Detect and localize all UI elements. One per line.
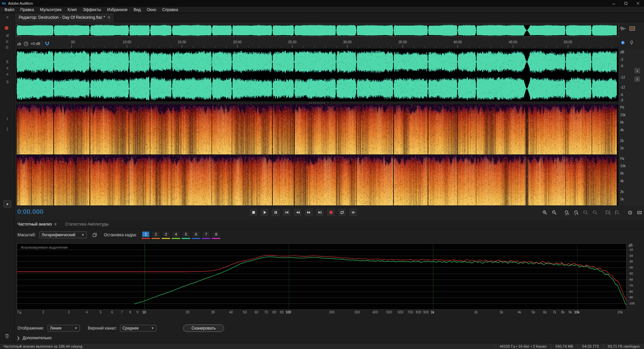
menu-item[interactable]: Эффекты bbox=[80, 7, 104, 12]
zoom-in-time-button[interactable] bbox=[563, 209, 571, 216]
close-button[interactable] bbox=[632, 0, 644, 7]
zoom-in-time-icon bbox=[565, 210, 570, 215]
zoom-to-selection-button[interactable] bbox=[604, 209, 612, 216]
trash-icon[interactable] bbox=[4, 333, 10, 340]
mini-play-icon[interactable] bbox=[4, 201, 11, 207]
zoom-out-time-button[interactable] bbox=[572, 209, 580, 216]
tab-frequency-analysis[interactable]: Частотный анализ ≡ bbox=[17, 222, 56, 227]
editor-tab[interactable]: Редактор: Destruction - Day Of Reckoning… bbox=[15, 13, 114, 22]
spectral-view-icon[interactable] bbox=[629, 26, 635, 31]
zoom-out-amplitude-button[interactable] bbox=[591, 209, 599, 216]
snap-magnet-icon[interactable] bbox=[45, 41, 50, 46]
hold-color-bar bbox=[192, 238, 200, 239]
advanced-section[interactable]: ❯ Дополнительно bbox=[17, 336, 52, 340]
channel-button-1[interactable]: 1 bbox=[635, 68, 640, 73]
hz-tick-label: 6k bbox=[620, 171, 624, 175]
hz-tick-label: 4k bbox=[620, 179, 624, 183]
tab-frequency-label: Частотный анализ bbox=[17, 222, 52, 227]
hold-button-7[interactable]: 7 bbox=[202, 231, 210, 237]
record-button[interactable] bbox=[326, 208, 335, 217]
hold-button-4[interactable]: 4 bbox=[172, 231, 180, 237]
hold-button-group: 1 bbox=[142, 231, 150, 239]
menu-item[interactable]: Правка bbox=[17, 7, 37, 12]
top-channel-select-value: Среднее bbox=[122, 326, 139, 331]
playhead-options-icon[interactable] bbox=[620, 40, 626, 45]
pause-button[interactable] bbox=[271, 208, 280, 217]
levels-icon[interactable] bbox=[17, 41, 21, 46]
time-display[interactable]: 0:00.000 bbox=[17, 208, 44, 215]
display-select[interactable]: Линия ▼ bbox=[48, 325, 80, 332]
hold-button-6[interactable]: 6 bbox=[192, 231, 200, 237]
db-tick-label: -3 bbox=[620, 98, 623, 102]
status-message: Частотный анализ выполнен за 188,44 секу… bbox=[0, 344, 83, 348]
rewind-button[interactable] bbox=[293, 208, 302, 217]
dock-panel-label[interactable]: п bbox=[0, 66, 15, 70]
channel-button-2[interactable]: 2 bbox=[635, 77, 640, 82]
menu-item[interactable]: Мультитрек bbox=[37, 7, 64, 12]
dock-panel-label[interactable]: И bbox=[0, 34, 15, 38]
menu-item[interactable]: Вид bbox=[130, 7, 144, 12]
top-channel-select[interactable]: Среднее ▼ bbox=[120, 325, 156, 332]
zoom-in-amplitude-button[interactable] bbox=[582, 209, 590, 216]
editor-tab-title: Редактор: Destruction - Day Of Reckoning… bbox=[19, 15, 105, 20]
hold-button-5[interactable]: 5 bbox=[182, 231, 190, 237]
timeline-ruler[interactable] bbox=[16, 40, 618, 48]
zoom-selection-edge-button[interactable] bbox=[613, 209, 621, 216]
hz-axis-tick: 2 bbox=[42, 310, 44, 314]
divider-handle[interactable]: •••••••• bbox=[309, 102, 325, 104]
menu-item[interactable]: Избранное bbox=[104, 7, 130, 12]
skip-selection-button[interactable] bbox=[348, 208, 358, 217]
waveform-view-icon[interactable] bbox=[620, 26, 626, 31]
go-to-end-button[interactable] bbox=[315, 208, 324, 217]
scan-button[interactable]: Сканировать bbox=[183, 325, 224, 332]
fast-forward-button[interactable] bbox=[304, 208, 313, 217]
panel-menu-icon[interactable]: ≡ bbox=[54, 222, 56, 227]
zoom-full-button[interactable] bbox=[635, 209, 643, 216]
dock-panel-label[interactable]: п bbox=[0, 72, 15, 76]
dock-panel-label[interactable]: 0: bbox=[0, 46, 15, 49]
dock-expand-icon[interactable]: » bbox=[0, 15, 15, 19]
minimize-button[interactable] bbox=[608, 0, 620, 7]
menu-item[interactable]: Файл bbox=[1, 7, 17, 12]
dock-panel-label[interactable]: Е bbox=[0, 60, 15, 64]
zoom-in-button[interactable] bbox=[541, 209, 549, 216]
chevron-down-icon: ▼ bbox=[74, 327, 77, 330]
spectrogram-display-1[interactable] bbox=[16, 104, 618, 154]
hz-axis-tick: 7k bbox=[553, 310, 556, 314]
reset-zoom-button[interactable] bbox=[626, 209, 634, 216]
minimize-icon bbox=[612, 2, 615, 5]
dock-tool-icon[interactable]: I bbox=[0, 117, 15, 121]
go-to-start-button[interactable] bbox=[282, 208, 291, 217]
menu-item[interactable]: Окно bbox=[144, 7, 159, 12]
hold-button-2[interactable]: 2 bbox=[152, 231, 160, 237]
maximize-button[interactable] bbox=[620, 0, 632, 7]
hold-button-3[interactable]: 3 bbox=[162, 231, 170, 237]
db-tick-label: -12 bbox=[620, 86, 625, 89]
hold-button-1[interactable]: 1 bbox=[142, 231, 150, 237]
view-divider[interactable]: •••••••• bbox=[16, 102, 618, 104]
hold-button-8[interactable]: 8 bbox=[212, 231, 220, 237]
dock-panel-label[interactable]: 0: bbox=[0, 40, 15, 44]
frequency-graph[interactable] bbox=[17, 244, 626, 309]
waveform-display[interactable] bbox=[16, 49, 618, 101]
dock-panel-label[interactable]: S bbox=[0, 80, 15, 84]
scale-select[interactable]: Логарифмический ▼ bbox=[39, 232, 87, 238]
loop-button[interactable] bbox=[337, 208, 346, 217]
hints-icon[interactable] bbox=[629, 40, 634, 45]
play-button[interactable] bbox=[260, 208, 269, 217]
overview-waveform[interactable] bbox=[16, 24, 618, 36]
analysis-tab-bar: Частотный анализ ≡ Статистика Амплитуды bbox=[15, 220, 644, 229]
spectrogram-display-2[interactable] bbox=[16, 155, 618, 205]
menu-item[interactable]: Клип bbox=[65, 7, 80, 12]
duplicate-graph-icon[interactable] bbox=[92, 233, 97, 238]
dock-tool-icon[interactable]: [ bbox=[0, 127, 15, 131]
stop-button[interactable] bbox=[249, 208, 258, 217]
toolbar-separator bbox=[42, 41, 43, 46]
zoom-out-button[interactable] bbox=[550, 209, 558, 216]
menu-item[interactable]: Справка bbox=[159, 7, 181, 12]
panel-menu-icon[interactable]: ≡ bbox=[108, 15, 110, 20]
hz-axis-tick: 10k bbox=[574, 310, 580, 314]
tab-amplitude-statistics[interactable]: Статистика Амплитуды bbox=[65, 222, 109, 227]
clock-icon[interactable] bbox=[23, 41, 29, 46]
gain-readout[interactable]: +0 dB bbox=[31, 42, 40, 46]
